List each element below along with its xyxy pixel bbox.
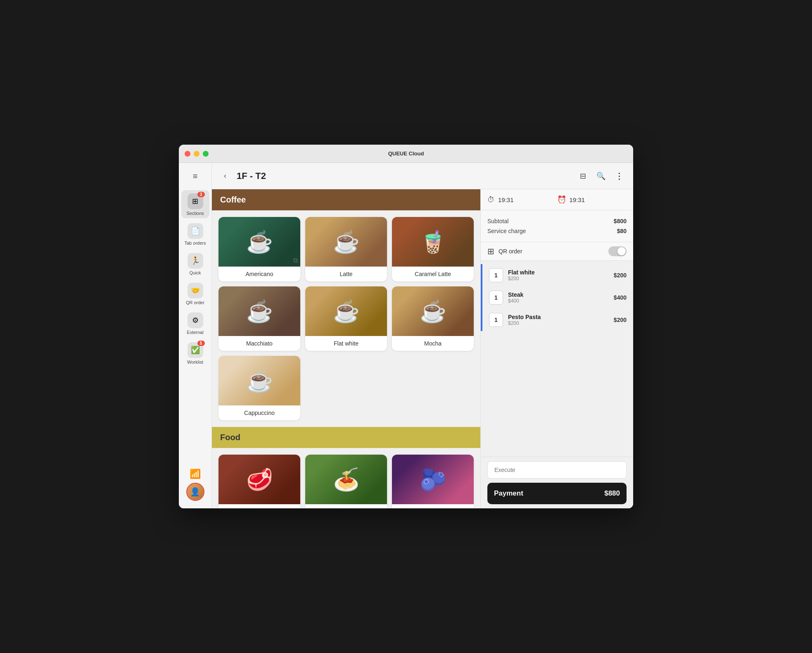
- order-footer: Payment $880: [481, 457, 633, 508]
- order-item-flat-white[interactable]: 1 Flat white $200 $200: [481, 264, 633, 286]
- time-1: 19:31: [498, 196, 514, 203]
- flat-white-qty[interactable]: 1: [489, 268, 503, 282]
- menu-item-berry-bowl[interactable]: Berry Bowl: [392, 455, 474, 508]
- app-title: QUEUE Cloud: [388, 150, 424, 157]
- menu-panel: Coffee ⧉ Americano Latte: [212, 189, 480, 508]
- maximize-button[interactable]: [203, 151, 209, 157]
- flat-white-order-name: Flat white: [508, 269, 609, 276]
- subtotal-value: $800: [614, 218, 627, 224]
- search-icon: 🔍: [596, 172, 605, 181]
- pasta-total: $200: [614, 317, 627, 323]
- minimize-button[interactable]: [194, 151, 199, 157]
- sidebar-item-external[interactable]: ⚙ External: [181, 309, 209, 337]
- window-controls: [185, 151, 209, 157]
- food-category-name: Food: [220, 433, 240, 442]
- payment-button[interactable]: Payment $880: [487, 483, 627, 504]
- menu-item-caramel-latte[interactable]: Caramel Latte: [392, 217, 474, 281]
- steak-qty[interactable]: 1: [489, 291, 503, 305]
- menu-item-macchiato[interactable]: Macchiato: [218, 286, 300, 351]
- service-charge-row: Service charge $80: [487, 226, 627, 236]
- hamburger-menu-button[interactable]: ≡: [186, 167, 204, 185]
- copy-icon: ⧉: [293, 257, 298, 264]
- menu-item-mocha[interactable]: Mocha: [392, 286, 474, 351]
- worklist-label: Worklist: [187, 360, 203, 365]
- subtotal-label: Subtotal: [487, 218, 508, 224]
- mocha-name: Mocha: [392, 336, 474, 351]
- sidebar-item-quick[interactable]: 🏃 Quick: [181, 250, 209, 278]
- grid-view-button[interactable]: ⊟: [575, 169, 590, 184]
- external-label: External: [187, 330, 203, 335]
- sidebar-item-qr-order[interactable]: 🤝 QR order: [181, 279, 209, 307]
- cappuccino-image: [218, 356, 300, 405]
- order-panel: ⏱ 19:31 ⏰ 19:31 Subtotal $800: [480, 189, 633, 508]
- sidebar-bottom: 📶 👤: [186, 469, 204, 504]
- qr-order-icon: ⊞: [487, 246, 494, 256]
- time-block-1: ⏱ 19:31: [487, 195, 557, 204]
- back-icon: ‹: [224, 172, 226, 180]
- bowl-image: [392, 455, 474, 504]
- execute-input[interactable]: [487, 461, 627, 479]
- header: ‹ 1F - T2 ⊟ 🔍 ⋮: [212, 163, 633, 189]
- sidebar-item-tab-orders[interactable]: 📄 Tab orders: [181, 220, 209, 248]
- sections-label: Sections: [186, 211, 204, 216]
- flat-white-unit-price: $200: [508, 276, 609, 281]
- sections-icon-wrap: ⊞ 3: [188, 193, 203, 209]
- more-button[interactable]: ⋮: [612, 169, 627, 184]
- menu-item-steak[interactable]: Steak: [218, 455, 300, 508]
- content-area: Coffee ⧉ Americano Latte: [212, 189, 633, 508]
- order-item-steak[interactable]: 1 Steak $400 $400: [481, 286, 633, 309]
- pasta-qty[interactable]: 1: [489, 313, 503, 327]
- americano-name: Americano: [218, 267, 300, 281]
- flat-white-name: Flat white: [305, 336, 387, 351]
- flat-white-info: Flat white $200: [508, 269, 609, 281]
- app-window: QUEUE Cloud ≡ ⊞ 3 Sections 📄 Tab orders: [179, 145, 633, 508]
- tab-orders-icon: 📄: [191, 226, 200, 236]
- flat-white-total: $200: [614, 272, 627, 279]
- qr-order-icon: 🤝: [191, 286, 200, 295]
- steak-info: Steak $400: [508, 291, 609, 304]
- pasta-name: Pesto Pasta: [305, 504, 387, 508]
- wifi-icon: 📶: [190, 469, 201, 479]
- order-times: ⏱ 19:31 ⏰ 19:31: [481, 189, 633, 210]
- qr-order-icon-wrap: 🤝: [188, 283, 203, 298]
- qr-order-label: QR order: [186, 300, 204, 305]
- worklist-badge: 5: [197, 341, 205, 346]
- back-button[interactable]: ‹: [218, 169, 232, 183]
- sections-badge: 3: [197, 192, 205, 197]
- payment-label: Payment: [494, 489, 523, 498]
- steak-name: Steak: [218, 504, 300, 508]
- cappuccino-name: Cappuccino: [218, 405, 300, 420]
- menu-item-cappuccino[interactable]: Cappuccino: [218, 356, 300, 420]
- mocha-image: [392, 286, 474, 336]
- tab-orders-label: Tab orders: [185, 241, 206, 245]
- steak-image: [218, 455, 300, 504]
- search-button[interactable]: 🔍: [594, 169, 608, 184]
- close-button[interactable]: [185, 151, 190, 157]
- latte-name: Latte: [305, 267, 387, 281]
- menu-item-pesto-pasta[interactable]: Pesto Pasta: [305, 455, 387, 508]
- quick-icon: 🏃: [191, 256, 200, 265]
- order-item-pesto-pasta[interactable]: 1 Pesto Pasta $200 $200: [481, 309, 633, 331]
- avatar[interactable]: 👤: [186, 483, 204, 501]
- worklist-icon-wrap: ✅ 5: [188, 342, 203, 358]
- tab-orders-icon-wrap: 📄: [188, 223, 203, 239]
- coffee-category-header: Coffee: [212, 189, 480, 210]
- menu-item-americano[interactable]: ⧉ Americano: [218, 217, 300, 281]
- macchiato-name: Macchiato: [218, 336, 300, 351]
- pasta-unit-price: $200: [508, 320, 609, 326]
- caramel-latte-image: [392, 217, 474, 267]
- sidebar-item-worklist[interactable]: ✅ 5 Worklist: [181, 339, 209, 367]
- grid-icon: ⊟: [580, 172, 586, 181]
- qr-order-toggle[interactable]: [608, 246, 627, 256]
- more-icon: ⋮: [615, 171, 623, 181]
- menu-item-latte[interactable]: Latte: [305, 217, 387, 281]
- clock-icon-1: ⏱: [487, 195, 495, 204]
- food-category-header: Food: [212, 427, 480, 448]
- external-icon: ⚙: [192, 316, 199, 325]
- main-area: ‹ 1F - T2 ⊟ 🔍 ⋮: [212, 163, 633, 508]
- qr-order-label: QR order: [499, 248, 604, 255]
- food-items-grid: Steak Pesto Pasta Berry Bowl: [212, 448, 480, 508]
- sidebar-item-sections[interactable]: ⊞ 3 Sections: [181, 190, 209, 218]
- menu-item-flat-white[interactable]: Flat white: [305, 286, 387, 351]
- flat-white-image: [305, 286, 387, 336]
